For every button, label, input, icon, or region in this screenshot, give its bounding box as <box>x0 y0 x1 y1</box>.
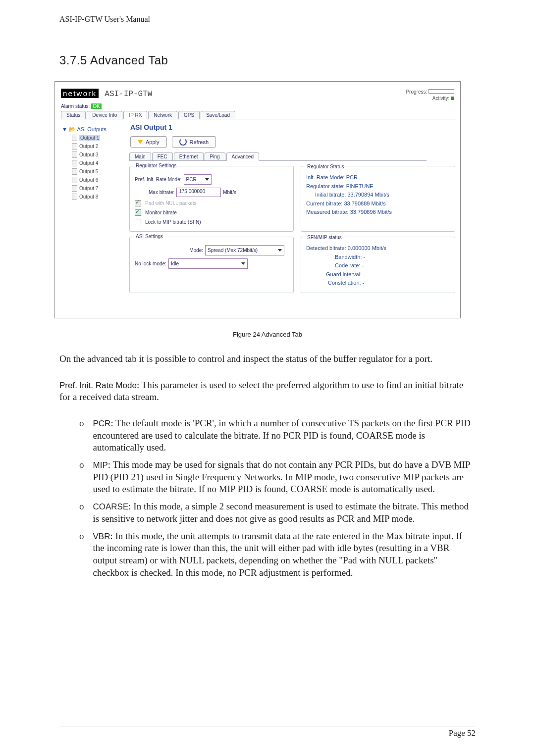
lock-mip-label: Lock to MIP bitrate (SFN) <box>145 219 201 225</box>
alarm-status-row: Alarm status: OK <box>60 102 455 111</box>
section-heading: 3.7.5 Advanced Tab <box>59 53 476 67</box>
pref-mode-value: PCR <box>186 177 197 182</box>
max-bitrate-label: Max bitrate: <box>149 190 174 195</box>
regulator-status-legend: Regulator Status <box>305 163 346 171</box>
tree-item-label: Output 6 <box>79 177 98 183</box>
tab-network[interactable]: Network <box>148 111 177 119</box>
device-name: ASI-IP-GTW <box>105 90 152 99</box>
tab-status[interactable]: Status <box>61 111 86 119</box>
figure-caption: Figure 24 Advanced Tab <box>59 331 476 338</box>
asi-mode-label: Mode: <box>189 248 203 253</box>
tree-item-label: Output 4 <box>79 160 98 166</box>
nolock-select[interactable]: Idle <box>168 258 248 269</box>
tab-ip-rx[interactable]: IP RX <box>123 111 147 119</box>
subtab-fec[interactable]: FEC <box>152 152 173 160</box>
tree-output-1[interactable]: Output 1 <box>72 134 123 142</box>
document-header: ASI-IP-GTW User's Manual <box>59 15 476 26</box>
monitor-bitrate-checkbox[interactable] <box>135 209 141 216</box>
refresh-button-label: Refresh <box>190 139 209 145</box>
caret-down-icon <box>241 262 245 265</box>
tree-output-8[interactable]: Output 8 <box>72 193 123 201</box>
tree-item-label: Output 1 <box>79 135 100 141</box>
sfn-status-legend: SFN/MIP status <box>305 234 344 242</box>
output-tree: ▼ 📂 ASI Outputs Output 1 Output 2 Output… <box>62 123 123 308</box>
bullet-mark: o <box>79 501 84 525</box>
sfn-status-panel: SFN/MIP status Detected bitrate: 0.00000… <box>301 237 455 293</box>
subtab-ping[interactable]: Ping <box>205 152 225 160</box>
tree-output-4[interactable]: Output 4 <box>72 159 123 167</box>
subtab-advanced[interactable]: Advanced <box>226 152 259 161</box>
alarm-status-badge: OK <box>91 103 101 109</box>
tree-item-label: Output 3 <box>79 152 98 157</box>
regulator-settings-legend: Regulator Settings <box>134 163 178 168</box>
document-icon <box>72 160 77 166</box>
tree-output-7[interactable]: Output 7 <box>72 184 123 193</box>
lock-mip-checkbox[interactable] <box>135 219 141 225</box>
progress-label: Progress: <box>406 89 427 95</box>
reg-status-measured-bitrate: Measured bitrate: 33.790898 Mbit/s <box>306 208 450 217</box>
pane-title: ASI Output 1 <box>129 123 455 133</box>
bullet-mark: o <box>79 530 84 579</box>
caret-down-icon <box>205 178 209 181</box>
option-text: : In this mode, a simple 2 second measur… <box>93 501 469 524</box>
tree-item-label: Output 8 <box>79 194 98 200</box>
pad-null-checkbox <box>135 200 141 206</box>
pref-mode-term: Pref. Init. Rate Mode <box>59 381 137 390</box>
reg-status-initial-bitrate: Initial bitrate: 33.790894 Mbit/s <box>306 191 450 200</box>
max-bitrate-input[interactable]: 175.000000 <box>176 188 221 197</box>
figure-screenshot: network ASI-IP-GTW Progress: Activity: A… <box>54 81 461 318</box>
max-bitrate-unit: Mbit/s <box>223 190 236 195</box>
subtab-ethernet[interactable]: Ethernet <box>174 152 204 160</box>
status-indicators: Progress: Activity: <box>406 89 454 101</box>
tab-save-load[interactable]: Save/Load <box>201 111 235 119</box>
document-icon <box>72 177 77 183</box>
tree-item-label: Output 2 <box>79 144 98 149</box>
pref-mode-paragraph: Pref. Init. Rate Mode: This parameter is… <box>59 379 476 403</box>
sfn-detected-bitrate: Detected bitrate: 0.000000 Mbit/s <box>306 244 450 253</box>
tree-item-label: Output 7 <box>79 186 98 191</box>
reg-status-init-mode: Init. Rate Mode: PCR <box>306 173 450 182</box>
document-icon <box>72 135 77 141</box>
pad-null-label: Pad with NULL packets <box>145 201 197 206</box>
apply-button-label: Apply <box>146 139 160 145</box>
refresh-icon <box>179 138 187 146</box>
options-list: oPCR: The default mode is 'PCR', in whic… <box>79 417 476 579</box>
alarm-status-label: Alarm status: <box>61 103 90 109</box>
regulator-settings-panel: Regulator Settings Pref. Init. Rate Mode… <box>129 166 294 232</box>
pref-mode-label: Pref. Init. Rate Mode: <box>135 177 182 182</box>
option-text: : This mode may be used for signals that… <box>93 459 470 494</box>
bullet-mark: o <box>79 459 84 496</box>
main-tabstrip: Status Device Info IP RX Network GPS Sav… <box>60 111 455 119</box>
document-icon <box>72 168 77 175</box>
reg-status-current-bitrate: Current bitrate: 33.790889 Mbit/s <box>306 200 450 208</box>
asi-mode-select[interactable]: Spread (Max 72Mbit/s) <box>205 245 284 255</box>
sub-tabstrip: Main FEC Ethernet Ping Advanced <box>129 152 427 161</box>
document-icon <box>72 151 77 158</box>
tree-root-label: ASI Outputs <box>77 126 106 132</box>
tab-device-info[interactable]: Device Info <box>87 111 122 119</box>
activity-dot-icon <box>451 97 454 100</box>
page-footer: Page 52 <box>59 726 476 738</box>
option-label: COARSE <box>93 502 129 511</box>
bullet-mark: o <box>79 417 84 454</box>
option-text: : In this mode, the unit attempts to tra… <box>93 531 463 578</box>
list-item-coarse: oCOARSE: In this mode, a simple 2 second… <box>79 501 476 525</box>
refresh-button[interactable]: Refresh <box>172 136 216 148</box>
tree-output-5[interactable]: Output 5 <box>72 167 123 176</box>
asi-settings-panel: ASI Settings Mode: Spread (Max 72Mbit/s)… <box>129 237 294 293</box>
caret-down-icon <box>278 249 282 252</box>
option-label: VBR <box>93 532 110 541</box>
tree-output-2[interactable]: Output 2 <box>72 142 123 151</box>
tree-output-6[interactable]: Output 6 <box>72 176 123 184</box>
tree-root[interactable]: ▼ 📂 ASI Outputs <box>62 125 123 134</box>
option-label: MIP <box>93 460 108 470</box>
regulator-status-panel: Regulator Status Init. Rate Mode: PCR Re… <box>301 166 455 232</box>
nolock-label: No lock mode: <box>135 261 166 266</box>
tab-gps[interactable]: GPS <box>178 111 200 119</box>
subtab-main[interactable]: Main <box>129 152 151 160</box>
asi-settings-legend: ASI Settings <box>134 234 165 239</box>
tree-output-3[interactable]: Output 3 <box>72 151 123 159</box>
apply-button[interactable]: Apply <box>130 136 167 148</box>
pref-mode-select[interactable]: PCR <box>184 174 212 185</box>
document-icon <box>72 143 77 150</box>
